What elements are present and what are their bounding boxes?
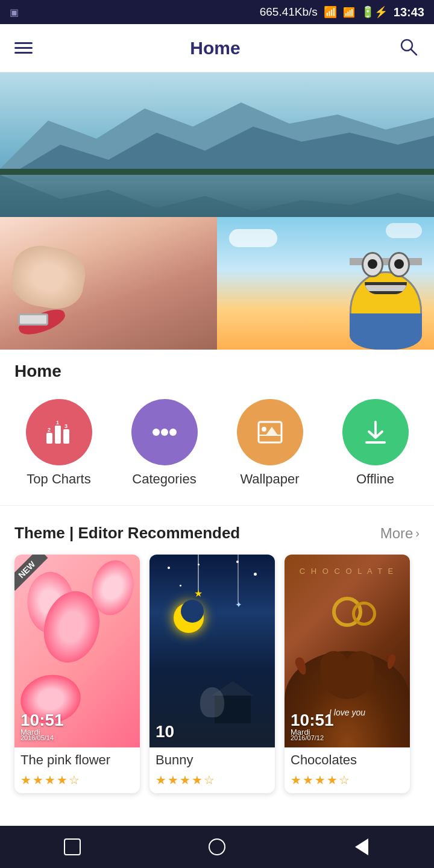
left-banner[interactable] <box>0 217 217 350</box>
network-speed: 665.41Kb/s <box>260 5 318 19</box>
svg-line-1 <box>411 49 417 55</box>
wallpaper-button[interactable]: Wallpaper <box>237 399 303 487</box>
choco-label: C H O C O L A T E <box>300 567 395 576</box>
battery-icon: 🔋⚡ <box>361 5 388 19</box>
card-chocolates-name: Chocolates <box>285 747 410 770</box>
section-divider <box>0 505 434 506</box>
home-section: Home <box>0 350 434 399</box>
card-bunny-stars: ★★★★☆ <box>149 770 275 793</box>
svg-text:1: 1 <box>56 420 59 426</box>
svg-text:2: 2 <box>48 427 51 433</box>
status-bar: ▣ 665.41Kb/s 📶 📶 🔋⚡ 13:43 <box>0 0 434 24</box>
theme-section: Theme | Editor Recommended More › NEW 10… <box>0 512 434 805</box>
more-button[interactable]: More › <box>380 525 420 542</box>
moon-icon <box>174 603 204 633</box>
categories-icon <box>131 399 198 465</box>
back-arrow-icon <box>355 838 368 848</box>
card-pink-flower-time: 10:51 Mardi 2016/05/14 <box>20 711 64 741</box>
dual-banner <box>0 217 434 350</box>
svg-text:3: 3 <box>64 423 68 429</box>
search-button[interactable] <box>398 36 420 60</box>
svg-marker-20 <box>266 427 278 435</box>
wallpaper-icon <box>237 399 303 465</box>
svg-point-14 <box>153 429 160 436</box>
theme-cards-list: NEW 10:51 Mardi 2016/05/14 The pink flow… <box>14 555 420 799</box>
nav-square-button[interactable] <box>57 832 87 848</box>
svg-rect-9 <box>55 426 61 444</box>
chevron-right-icon: › <box>415 526 420 540</box>
theme-card-chocolates[interactable]: C H O C O L A T E I love you <box>285 555 410 793</box>
theme-card-pink-flower[interactable]: NEW 10:51 Mardi 2016/05/14 The pink flow… <box>14 555 140 793</box>
card-bunny-name: Bunny <box>149 747 275 770</box>
theme-card-pink-flower-image: NEW 10:51 Mardi 2016/05/14 <box>14 555 140 747</box>
card-chocolates-time: 10:51 Mardi 2016/07/12 <box>291 711 334 741</box>
theme-card-bunny[interactable]: ★ ✦ 10 Bunny ★★★★☆ <box>149 555 275 793</box>
card-pink-flower-name: The pink flower <box>14 747 140 770</box>
svg-point-19 <box>262 427 266 432</box>
header: Home <box>0 24 434 72</box>
theme-section-title: Theme | Editor Recommended <box>14 524 240 542</box>
offline-button[interactable]: Offline <box>342 399 409 487</box>
svg-rect-10 <box>63 429 69 444</box>
clock: 13:43 <box>394 5 424 19</box>
theme-card-bunny-image: ★ ✦ 10 <box>149 555 275 747</box>
notification-icon: ▣ <box>10 7 19 18</box>
right-banner[interactable] <box>217 217 434 350</box>
svg-point-16 <box>169 429 177 436</box>
wifi-icon: 📶 <box>324 5 337 19</box>
hero-banner <box>0 72 434 217</box>
love-text: I love you <box>329 708 365 717</box>
top-charts-label: Top Charts <box>27 471 90 487</box>
svg-rect-8 <box>46 433 52 444</box>
nav-back-button[interactable] <box>347 832 377 848</box>
categories-button[interactable]: Categories <box>131 399 198 487</box>
theme-card-chocolates-image: C H O C O L A T E I love you <box>285 555 410 747</box>
top-charts-icon: 2 1 3 <box>26 399 92 465</box>
icons-grid: 2 1 3 Top Charts Categories <box>0 399 434 499</box>
home-section-title: Home <box>14 362 420 381</box>
wallpaper-label: Wallpaper <box>240 471 299 487</box>
nav-home-button[interactable] <box>202 832 232 848</box>
nav-bar <box>0 826 434 848</box>
circle-icon <box>209 838 225 848</box>
categories-label: Categories <box>132 471 196 487</box>
square-icon <box>64 838 81 848</box>
svg-point-15 <box>161 429 168 436</box>
card-pink-flower-stars: ★★★★☆ <box>14 770 140 793</box>
svg-rect-5 <box>0 169 434 175</box>
card-chocolates-stars: ★★★★☆ <box>285 770 410 793</box>
card-bunny-time: 10 <box>156 722 174 741</box>
offline-icon <box>342 399 409 465</box>
top-charts-button[interactable]: 2 1 3 Top Charts <box>26 399 92 487</box>
hamburger-menu-button[interactable] <box>14 42 33 54</box>
signal-icon: 📶 <box>343 7 355 18</box>
more-label: More <box>380 525 414 542</box>
offline-label: Offline <box>356 471 394 487</box>
page-title: Home <box>190 38 240 58</box>
theme-header: Theme | Editor Recommended More › <box>14 524 420 542</box>
